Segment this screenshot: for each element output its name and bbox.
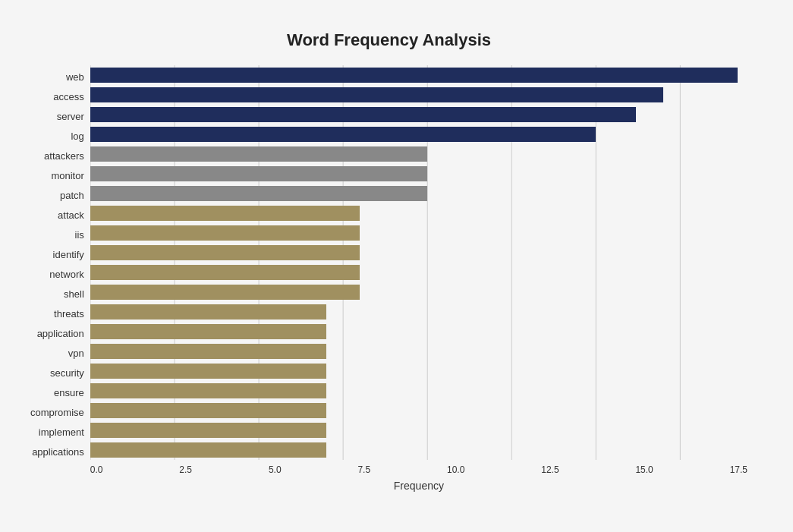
bar (90, 127, 596, 142)
bar (90, 383, 326, 398)
bar (90, 364, 326, 379)
y-label: iis (75, 225, 84, 244)
x-tick-label: 0.0 (90, 464, 103, 475)
x-tick-label: 15.0 (635, 464, 653, 475)
bar-row (90, 144, 747, 164)
bar (90, 324, 326, 339)
y-label: vpn (68, 343, 84, 363)
y-label: shell (64, 284, 84, 304)
bar (90, 344, 326, 359)
bar (90, 285, 360, 300)
bar-row (90, 124, 747, 144)
bar (90, 206, 360, 221)
x-tick-label: 17.5 (730, 464, 747, 475)
bars-wrapper (90, 65, 747, 460)
chart-container: Word Frequency Analysis webaccessserverl… (15, 15, 778, 532)
x-tick-label: 5.0 (269, 464, 282, 475)
bar (90, 107, 637, 122)
bar-row (90, 420, 747, 440)
y-label: implement (39, 422, 84, 442)
y-label: application (37, 323, 84, 343)
x-tick-label: 12.5 (541, 464, 559, 475)
y-labels: webaccessserverlogattackersmonitorpatcha… (30, 65, 90, 492)
bar (90, 87, 663, 102)
bar-row (90, 361, 747, 381)
x-tick-label: 2.5 (179, 464, 192, 475)
bar (90, 423, 326, 438)
bar-row (90, 105, 747, 124)
bar (90, 304, 326, 320)
y-label: log (71, 126, 83, 146)
bar (90, 265, 360, 280)
bar (90, 245, 360, 260)
bar-row (90, 381, 747, 401)
bar-row (90, 322, 747, 342)
bar (90, 186, 427, 201)
bar-row (90, 440, 747, 460)
y-label: attack (58, 205, 84, 225)
y-label: compromise (30, 402, 84, 422)
y-label: applications (32, 442, 84, 461)
bar (90, 442, 326, 458)
y-label: attackers (44, 146, 84, 165)
bar (90, 166, 427, 181)
chart-title: Word Frequency Analysis (30, 30, 747, 50)
bar-row (90, 342, 747, 361)
bar-row (90, 203, 747, 223)
bar (90, 225, 360, 241)
bar-row (90, 243, 747, 263)
bar-row (90, 263, 747, 282)
bar-row (90, 85, 747, 105)
y-label: monitor (51, 165, 83, 185)
bar-row (90, 164, 747, 184)
bars-section: 0.02.55.07.510.012.515.017.5 Frequency (90, 65, 747, 492)
bar (90, 68, 738, 83)
y-label: access (53, 87, 83, 106)
x-tick-label: 10.0 (447, 464, 464, 475)
bar-row (90, 65, 747, 85)
y-label: identify (53, 244, 84, 264)
y-label: ensure (54, 382, 84, 402)
bar-row (90, 302, 747, 322)
x-tick-label: 7.5 (357, 464, 370, 475)
x-axis-title: Frequency (90, 480, 747, 492)
y-label: server (57, 106, 84, 126)
bar-row (90, 401, 747, 420)
bar (90, 403, 326, 418)
y-label: security (50, 363, 84, 382)
bar-row (90, 184, 747, 203)
y-label: network (49, 264, 84, 284)
y-label: web (66, 67, 84, 87)
y-label: patch (60, 185, 84, 205)
bar-row (90, 223, 747, 243)
bar (90, 146, 427, 162)
chart-area: webaccessserverlogattackersmonitorpatcha… (30, 65, 747, 492)
y-label: threats (54, 304, 84, 323)
x-axis-labels: 0.02.55.07.510.012.515.017.5 (90, 464, 747, 475)
bar-row (90, 282, 747, 302)
